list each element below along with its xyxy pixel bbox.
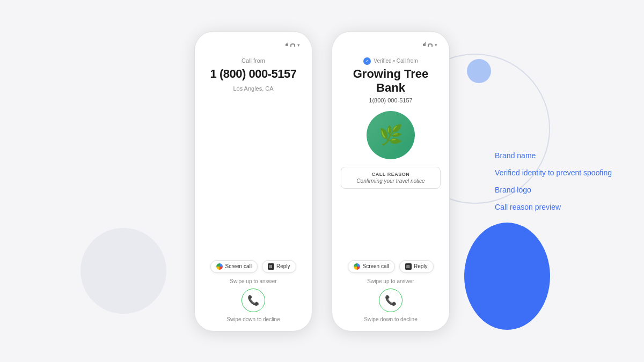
phone1-number: 1 (800) 000-5157	[210, 67, 297, 81]
phone1-location: Los Angles, CA	[233, 85, 273, 92]
phone2-status-bar: ▾	[341, 42, 441, 48]
info-brand-name-label: Brand name	[495, 151, 536, 160]
info-brand-name: Brand name	[495, 151, 612, 160]
phone2-swipe-down-label: Swipe down to decline	[364, 316, 418, 322]
phone1-reply-button[interactable]: ▤ Reply	[262, 260, 296, 273]
phone1-status-bar: ▾	[203, 42, 303, 48]
phone2-status-icons: ▾	[423, 42, 437, 48]
phone1-action-buttons: Screen call ▤ Reply	[210, 260, 296, 273]
phones-container: ▾ Call from 1 (800) 000-5157 Los Angles,…	[185, 31, 459, 331]
info-call-reason-label: Call reason preview	[495, 203, 561, 211]
phone1-bottom-actions: Screen call ▤ Reply Swipe up to answer 📞…	[203, 260, 303, 322]
phone1-phone-icon: 📞	[247, 294, 259, 306]
verified-checkmark-icon: ✓	[363, 57, 371, 65]
battery-icon: ▾	[297, 42, 300, 48]
info-verified-identity-label: Verified identity to prevent spoofing	[495, 168, 612, 177]
phone2-answer-button[interactable]: 📞	[379, 289, 402, 312]
phone2-wifi-icon	[428, 43, 433, 47]
phone1-screen-call-label: Screen call	[225, 263, 251, 269]
phone2-screen-call-label: Screen call	[362, 263, 389, 269]
signal-bars-icon	[286, 43, 288, 46]
phone-verified: ▾ ✓ Verified • Call from Growing Tree Ba…	[332, 31, 450, 331]
bank-name: Growing Tree Bank	[341, 67, 441, 95]
brand-logo-circle: 🌿	[367, 111, 415, 159]
phone1-answer-button[interactable]: 📞	[241, 289, 265, 312]
info-brand-logo: Brand logo	[495, 186, 612, 194]
bg-dot-blue	[467, 59, 491, 83]
call-reason-description: Confirming your travel notice	[346, 178, 436, 184]
phone-unverified: ▾ Call from 1 (800) 000-5157 Los Angles,…	[194, 31, 312, 331]
bank-phone-number: 1(800) 000-5157	[369, 97, 412, 104]
phone2-screen-call-button[interactable]: Screen call	[348, 260, 394, 273]
verified-header: ✓ Verified • Call from	[363, 57, 418, 65]
phone2-reply-icon: ▤	[405, 263, 412, 270]
main-scene: ▾ Call from 1 (800) 000-5157 Los Angles,…	[0, 0, 644, 362]
phone2-action-buttons: Screen call ▤ Reply	[348, 260, 433, 273]
phone2-reply-button[interactable]: ▤ Reply	[399, 260, 434, 273]
wifi-icon	[290, 43, 295, 47]
info-brand-logo-label: Brand logo	[495, 186, 531, 194]
info-panel: Brand name Verified identity to prevent …	[495, 151, 612, 211]
phone1-reply-label: Reply	[276, 263, 290, 269]
phone2-battery-icon: ▾	[435, 42, 437, 48]
bg-circle-light	[80, 228, 166, 314]
phone1-swipe-up-label: Swipe up to answer	[230, 278, 276, 284]
phone1-screen-call-button[interactable]: Screen call	[210, 260, 257, 273]
phone1-swipe-down-label: Swipe down to decline	[226, 316, 280, 322]
phone2-verified-prefix: Verified • Call from	[374, 58, 418, 64]
reply-icon: ▤	[268, 263, 274, 270]
phone1-status-icons: ▾	[286, 42, 300, 48]
info-call-reason: Call reason preview	[495, 203, 612, 211]
phone2-phone-icon: 📞	[385, 294, 397, 306]
phone2-swipe-up-label: Swipe up to answer	[367, 278, 414, 284]
phone2-google-assistant-icon	[354, 263, 360, 270]
bg-ellipse-blue	[464, 223, 550, 330]
phone2-bottom-actions: Screen call ▤ Reply Swipe up to answer 📞…	[341, 260, 441, 322]
phone2-signal-bars-icon	[423, 43, 426, 46]
info-verified-identity: Verified identity to prevent spoofing	[495, 168, 612, 177]
google-assistant-icon	[216, 263, 223, 270]
leaf-logo-icon: 🌿	[379, 124, 403, 146]
call-reason-title: CALL REASON	[346, 172, 436, 177]
call-reason-box: CALL REASON Confirming your travel notic…	[341, 167, 441, 189]
phone2-reply-label: Reply	[414, 263, 428, 269]
phone1-call-from-label: Call from	[241, 57, 265, 64]
